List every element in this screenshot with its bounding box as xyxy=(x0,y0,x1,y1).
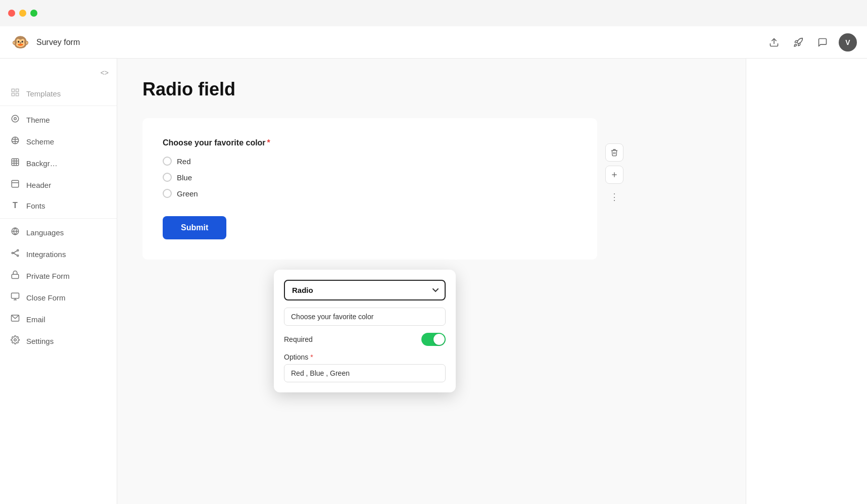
radio-options: Red Blue Green xyxy=(163,157,577,198)
settings-icon xyxy=(10,335,20,347)
radio-label-green: Green xyxy=(177,189,198,198)
minimize-button[interactable] xyxy=(19,10,26,17)
content-area: Radio field Choose your favorite color* … xyxy=(117,59,746,504)
submit-button[interactable]: Submit xyxy=(163,216,226,239)
svg-rect-3 xyxy=(12,93,14,96)
svg-point-17 xyxy=(17,249,19,251)
titlebar xyxy=(0,0,867,26)
appbar-actions: V xyxy=(766,33,857,52)
scheme-icon xyxy=(10,136,20,147)
radio-option-red[interactable]: Red xyxy=(163,157,577,166)
app-logo: 🐵 xyxy=(10,32,30,53)
field-label-input[interactable] xyxy=(284,308,446,326)
avatar[interactable]: V xyxy=(839,33,857,52)
header-icon xyxy=(10,179,20,191)
chat-icon[interactable] xyxy=(814,34,831,51)
sidebar-item-label-theme: Theme xyxy=(26,116,50,124)
sidebar-item-integrations[interactable]: Integrations xyxy=(0,243,117,265)
field-editor: Radio Checkbox Dropdown Text Number Requ… xyxy=(274,270,456,392)
svg-line-20 xyxy=(13,253,17,256)
toggle-knob xyxy=(433,334,445,345)
upload-icon[interactable] xyxy=(766,34,782,51)
sidebar-item-theme[interactable]: Theme xyxy=(0,109,117,131)
close-button[interactable] xyxy=(8,10,15,17)
radio-label-red: Red xyxy=(177,157,191,166)
radio-option-green[interactable]: Green xyxy=(163,189,577,198)
sidebar-divider-1 xyxy=(0,106,117,106)
options-input[interactable] xyxy=(284,364,446,382)
sidebar-item-label-languages: Languages xyxy=(26,228,64,237)
theme-icon xyxy=(10,114,20,126)
sidebar-item-label-integrations: Integrations xyxy=(26,250,66,259)
sidebar-item-label-header: Header xyxy=(26,181,51,189)
appbar: 🐵 Survey form V xyxy=(0,26,867,59)
sidebar-item-scheme[interactable]: Scheme xyxy=(0,131,117,153)
radio-circle-blue[interactable] xyxy=(163,173,172,182)
languages-icon xyxy=(10,227,20,238)
add-field-button[interactable] xyxy=(605,166,623,184)
sidebar-item-languages[interactable]: Languages xyxy=(0,222,117,243)
svg-rect-21 xyxy=(12,274,19,278)
background-icon xyxy=(10,158,20,169)
options-required-star: * xyxy=(308,353,313,361)
sidebar-item-templates[interactable]: Templates xyxy=(0,83,117,103)
rocket-icon[interactable] xyxy=(790,34,806,51)
sidebar-item-settings[interactable]: Settings xyxy=(0,330,117,352)
delete-field-button[interactable] xyxy=(605,143,623,162)
sidebar: <> Templates Theme Scheme Backgr… xyxy=(0,59,117,504)
required-label: Required xyxy=(284,335,313,343)
field-toolbar: ⋮ xyxy=(605,143,623,206)
traffic-lights xyxy=(8,10,37,17)
sidebar-item-fonts[interactable]: T Fonts xyxy=(0,196,117,215)
sidebar-item-label-close-form: Close Form xyxy=(26,293,66,302)
sidebar-item-header[interactable]: Header xyxy=(0,174,117,196)
collapse-btn[interactable]: <> xyxy=(0,65,117,83)
app-title: Survey form xyxy=(36,38,760,47)
sidebar-item-label-email: Email xyxy=(26,315,45,324)
svg-point-16 xyxy=(12,253,13,254)
sidebar-item-email[interactable]: Email xyxy=(0,309,117,330)
sidebar-item-close-form[interactable]: Close Form xyxy=(0,287,117,309)
svg-rect-12 xyxy=(12,180,19,187)
svg-line-19 xyxy=(13,251,17,254)
svg-point-18 xyxy=(17,255,19,257)
fonts-icon: T xyxy=(10,201,20,210)
radio-circle-red[interactable] xyxy=(163,157,172,166)
radio-circle-green[interactable] xyxy=(163,189,172,198)
templates-icon xyxy=(10,88,20,99)
sidebar-item-background[interactable]: Backgr… xyxy=(0,153,117,174)
svg-point-26 xyxy=(14,339,17,341)
sidebar-item-private-form[interactable]: Private Form xyxy=(0,265,117,287)
field-type-select[interactable]: Radio Checkbox Dropdown Text Number xyxy=(284,280,446,300)
svg-rect-1 xyxy=(12,89,14,91)
form-container: Choose your favorite color* Red Blue Gre… xyxy=(142,118,597,260)
svg-point-6 xyxy=(12,115,19,122)
sidebar-item-label-fonts: Fonts xyxy=(26,201,45,210)
email-icon xyxy=(10,314,20,325)
options-label: Options * xyxy=(284,353,446,361)
radio-label-blue: Blue xyxy=(177,173,192,182)
maximize-button[interactable] xyxy=(30,10,37,17)
more-options-icon[interactable]: ⋮ xyxy=(605,188,623,206)
svg-rect-22 xyxy=(12,293,19,298)
required-star: * xyxy=(267,138,270,147)
right-panel xyxy=(746,59,867,504)
integrations-icon xyxy=(10,248,20,260)
collapse-icon[interactable]: <> xyxy=(99,67,111,79)
page-title: Radio field xyxy=(142,79,720,100)
svg-rect-11 xyxy=(12,159,19,166)
sidebar-item-label-settings: Settings xyxy=(26,337,54,345)
private-form-icon xyxy=(10,270,20,282)
radio-option-blue[interactable]: Blue xyxy=(163,173,577,182)
question-label: Choose your favorite color* xyxy=(163,138,577,147)
main-layout: <> Templates Theme Scheme Backgr… xyxy=(0,59,867,504)
sidebar-item-label-private-form: Private Form xyxy=(26,272,70,280)
sidebar-item-label-background: Backgr… xyxy=(26,159,58,168)
sidebar-item-label-templates: Templates xyxy=(26,89,61,98)
svg-point-5 xyxy=(14,118,17,120)
svg-rect-4 xyxy=(16,93,19,96)
sidebar-divider-2 xyxy=(0,218,117,219)
required-row: Required xyxy=(284,333,446,346)
required-toggle[interactable] xyxy=(421,333,446,346)
sidebar-item-label-scheme: Scheme xyxy=(26,137,54,146)
